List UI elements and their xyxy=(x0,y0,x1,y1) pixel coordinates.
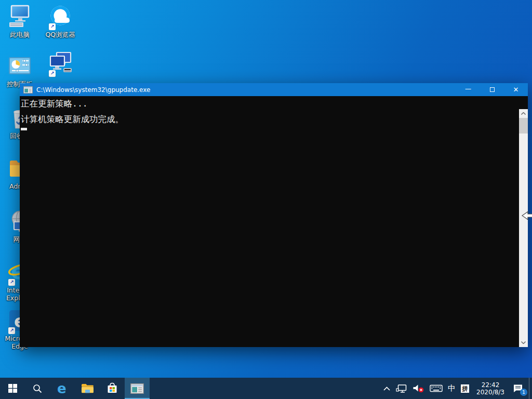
tray-network[interactable] xyxy=(393,378,410,399)
console-app-icon xyxy=(23,86,33,94)
microsoft-store-icon xyxy=(106,382,118,395)
tray-overflow-chevron[interactable] xyxy=(380,378,393,399)
desktop-icon-qq-browser[interactable]: ↗ QQ浏览器 xyxy=(42,4,79,38)
console-scrollbar[interactable] xyxy=(519,109,528,347)
shortcut-arrow-icon: ↗ xyxy=(8,279,15,286)
console-titlebar[interactable]: C:\Windows\system32\gpupdate.exe — ✕ xyxy=(20,83,528,96)
console-app-icon xyxy=(130,383,144,394)
close-icon: ✕ xyxy=(513,86,519,94)
console-window: C:\Windows\system32\gpupdate.exe — ✕ 正在更… xyxy=(20,83,528,347)
this-pc-icon xyxy=(7,4,32,29)
console-cursor xyxy=(21,128,27,130)
start-button[interactable] xyxy=(0,378,25,399)
desktop-icon-label: QQ浏览器 xyxy=(42,31,79,38)
tray-ime-mode[interactable]: 中 xyxy=(445,378,458,399)
svg-text:e: e xyxy=(57,382,66,395)
chevron-up-icon xyxy=(383,385,391,391)
taskbar-app-edge[interactable]: e xyxy=(50,378,75,399)
shortcut-arrow-icon: ↗ xyxy=(49,23,56,30)
qq-browser-icon: ↗ xyxy=(48,4,73,29)
maximize-button[interactable] xyxy=(480,83,504,96)
taskbar-app-store[interactable] xyxy=(100,378,125,399)
tray-touch-keyboard[interactable] xyxy=(427,378,445,399)
shortcut-arrow-icon: ↗ xyxy=(8,327,15,334)
search-icon xyxy=(33,384,42,393)
system-tray: 中 拼 22:42 2020/8/3 1 xyxy=(380,378,532,399)
console-text: 正在更新策略... 计算机策略更新成功完成。 xyxy=(21,96,518,130)
tray-clock[interactable]: 22:42 2020/8/3 xyxy=(472,378,509,399)
taskbar-empty-area xyxy=(150,378,380,399)
control-panel-icon xyxy=(7,54,32,78)
search-button[interactable] xyxy=(25,378,50,399)
notification-count-badge: 1 xyxy=(520,389,527,396)
console-output-area[interactable]: 正在更新策略... 计算机策略更新成功完成。 xyxy=(20,96,528,347)
keyboard-icon xyxy=(430,384,443,393)
show-desktop-button[interactable] xyxy=(529,378,532,399)
network-computers-icon: ↗ xyxy=(48,51,73,76)
console-line: 正在更新策略... xyxy=(21,96,518,112)
taskbar-app-file-explorer[interactable] xyxy=(75,378,100,399)
action-center-button[interactable]: 1 xyxy=(509,378,529,399)
tray-ime-scheme[interactable]: 拼 xyxy=(458,378,472,399)
desktop-icon-network-computers[interactable]: ↗ xyxy=(42,51,79,77)
volume-muted-icon xyxy=(413,384,424,393)
tray-volume-muted[interactable] xyxy=(410,378,427,399)
scrollbar-down-arrow-icon[interactable] xyxy=(519,338,528,347)
scrollbar-up-arrow-icon[interactable] xyxy=(519,109,528,118)
edge-icon: e xyxy=(56,382,69,395)
shortcut-arrow-icon: ↗ xyxy=(49,70,56,77)
minimize-icon: — xyxy=(465,85,471,92)
pinyin-badge: 拼 xyxy=(461,384,469,393)
taskbar-app-gpupdate-console[interactable] xyxy=(125,378,150,399)
minimize-button[interactable]: — xyxy=(456,83,480,96)
desktop-icon-label: 此电脑 xyxy=(1,31,38,38)
close-button[interactable]: ✕ xyxy=(504,83,528,96)
window-title: C:\Windows\system32\gpupdate.exe xyxy=(36,86,456,94)
scrollbar-thumb[interactable] xyxy=(519,118,528,134)
clock-time: 22:42 xyxy=(482,381,500,389)
desktop-icon-this-pc[interactable]: 此电脑 xyxy=(1,4,38,38)
clock-date: 2020/8/3 xyxy=(476,389,504,396)
taskbar: e xyxy=(0,378,532,399)
windows-logo-icon xyxy=(8,384,17,393)
console-line: 计算机策略更新成功完成。 xyxy=(21,112,518,127)
desktop: 此电脑 ↗ QQ浏览器 控制面板 xyxy=(0,0,532,399)
maximize-icon xyxy=(490,87,495,92)
file-explorer-icon xyxy=(81,383,94,394)
network-ethernet-icon xyxy=(396,384,407,393)
